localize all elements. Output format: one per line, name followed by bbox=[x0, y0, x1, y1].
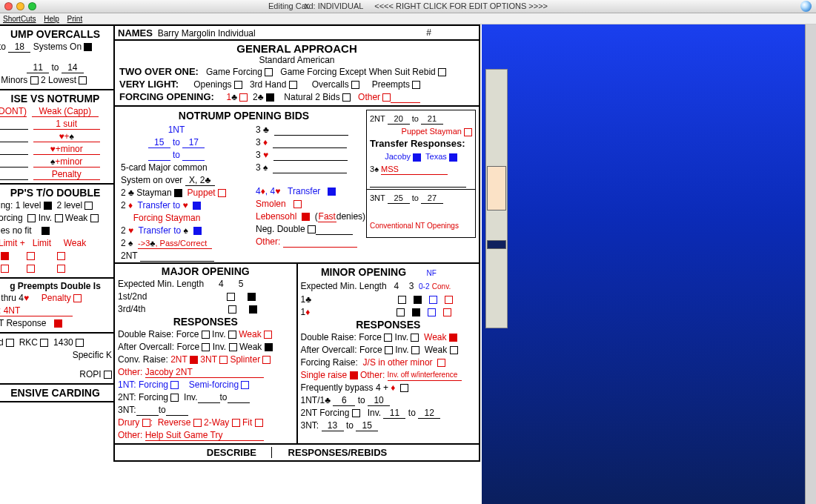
checkbox[interactable] bbox=[414, 296, 422, 304]
field[interactable]: Fast bbox=[318, 212, 336, 222]
field[interactable] bbox=[182, 150, 205, 161]
checkbox[interactable] bbox=[328, 188, 336, 196]
checkbox[interactable] bbox=[79, 76, 87, 84]
checkbox[interactable] bbox=[84, 202, 93, 210]
field[interactable]: 25 bbox=[388, 193, 410, 204]
checkbox[interactable] bbox=[40, 339, 48, 347]
checkbox[interactable] bbox=[464, 128, 472, 136]
field[interactable]: 1 suit bbox=[33, 119, 100, 130]
field[interactable]: 18 bbox=[8, 42, 30, 53]
tabs-row[interactable]: DESCRIBE RESPONSES/REBIDS bbox=[113, 445, 480, 462]
field[interactable] bbox=[0, 119, 28, 130]
close-icon[interactable] bbox=[4, 2, 13, 10]
checkbox[interactable] bbox=[289, 81, 297, 89]
checkbox[interactable] bbox=[449, 334, 457, 342]
checkbox[interactable] bbox=[382, 93, 391, 102]
window-controls[interactable] bbox=[4, 2, 36, 10]
field[interactable] bbox=[166, 405, 188, 416]
checkbox[interactable] bbox=[384, 334, 392, 342]
checkbox[interactable] bbox=[249, 305, 257, 314]
checkbox[interactable] bbox=[255, 419, 263, 427]
checkbox[interactable] bbox=[265, 68, 273, 76]
minimize-icon[interactable] bbox=[16, 2, 24, 10]
checkbox[interactable] bbox=[293, 200, 302, 208]
field[interactable]: 27 bbox=[421, 193, 443, 204]
field[interactable] bbox=[0, 132, 28, 142]
field[interactable] bbox=[228, 393, 250, 403]
checkbox[interactable] bbox=[385, 346, 393, 354]
checkbox[interactable] bbox=[174, 189, 182, 197]
checkbox[interactable] bbox=[445, 296, 453, 304]
scrollbar[interactable] bbox=[805, 24, 816, 504]
checkbox[interactable] bbox=[193, 227, 202, 235]
menu-help[interactable]: Help bbox=[44, 15, 59, 23]
field[interactable]: 15 bbox=[356, 421, 378, 431]
checkbox[interactable] bbox=[6, 339, 14, 347]
checkbox[interactable] bbox=[202, 331, 210, 339]
field[interactable] bbox=[316, 225, 353, 235]
field[interactable]: : 4NT bbox=[0, 306, 73, 316]
menubar[interactable]: ShortCuts Help Print bbox=[0, 13, 816, 24]
checkbox[interactable] bbox=[438, 68, 446, 76]
checkbox[interactable] bbox=[239, 93, 248, 102]
field[interactable]: 14 bbox=[62, 63, 84, 73]
field[interactable]: 17 bbox=[182, 138, 205, 148]
checkbox[interactable] bbox=[57, 265, 65, 273]
field[interactable]: 13 bbox=[322, 421, 344, 431]
checkbox[interactable] bbox=[352, 409, 360, 417]
field[interactable]: 11 bbox=[27, 63, 49, 73]
tab-responses[interactable]: RESPONSES/REBIDS bbox=[281, 447, 395, 458]
checkbox[interactable] bbox=[429, 296, 437, 304]
checkbox[interactable] bbox=[248, 293, 256, 301]
field[interactable] bbox=[136, 405, 159, 416]
checkbox[interactable] bbox=[241, 381, 249, 389]
checkbox[interactable] bbox=[1, 265, 9, 273]
checkbox[interactable] bbox=[27, 214, 36, 222]
field[interactable] bbox=[370, 177, 466, 188]
checkbox[interactable] bbox=[443, 308, 451, 316]
field[interactable]: +minor bbox=[33, 145, 100, 155]
checkbox[interactable] bbox=[302, 213, 310, 221]
checkbox[interactable] bbox=[400, 384, 408, 392]
field[interactable] bbox=[198, 393, 220, 403]
checkbox[interactable] bbox=[57, 252, 65, 260]
checkbox[interactable] bbox=[73, 294, 82, 302]
field[interactable]: 15 bbox=[148, 138, 170, 148]
checkbox[interactable] bbox=[90, 214, 99, 222]
checkbox[interactable] bbox=[413, 153, 421, 162]
checkbox[interactable] bbox=[412, 308, 420, 316]
checkbox[interactable] bbox=[262, 356, 271, 364]
checkbox[interactable] bbox=[264, 331, 272, 339]
menu-print[interactable]: Print bbox=[67, 15, 83, 23]
field[interactable]: MSS bbox=[381, 165, 448, 175]
field[interactable] bbox=[391, 93, 420, 103]
palette-swatch[interactable] bbox=[487, 166, 506, 210]
zoom-icon[interactable] bbox=[28, 2, 36, 10]
field[interactable] bbox=[273, 138, 347, 148]
field[interactable]: Jacoby 2NT bbox=[145, 368, 264, 378]
checkbox[interactable] bbox=[54, 319, 62, 328]
field[interactable]: Weak (Capp) bbox=[32, 107, 99, 117]
checkbox[interactable] bbox=[437, 359, 445, 367]
checkbox[interactable] bbox=[27, 265, 35, 273]
checkbox[interactable] bbox=[411, 346, 419, 354]
checkbox[interactable] bbox=[190, 356, 198, 364]
checkbox[interactable] bbox=[42, 227, 50, 235]
field[interactable]: ->3, Pass/Correct bbox=[138, 239, 212, 249]
checkbox[interactable] bbox=[219, 356, 228, 364]
checkbox[interactable] bbox=[142, 419, 150, 427]
checkbox[interactable] bbox=[265, 343, 273, 351]
tool-palette[interactable] bbox=[485, 69, 508, 328]
checkbox[interactable] bbox=[193, 419, 202, 427]
field[interactable] bbox=[283, 237, 357, 248]
field[interactable]: Inv. off w/interference bbox=[388, 371, 462, 381]
checkbox[interactable] bbox=[428, 308, 436, 316]
checkbox[interactable] bbox=[350, 371, 358, 379]
field[interactable] bbox=[140, 251, 214, 262]
checkbox[interactable] bbox=[228, 305, 236, 314]
checkbox[interactable] bbox=[397, 308, 405, 316]
field[interactable] bbox=[148, 150, 170, 161]
field[interactable]: Penalty bbox=[33, 170, 100, 180]
checkbox[interactable] bbox=[104, 371, 112, 379]
checkbox[interactable] bbox=[55, 214, 63, 222]
